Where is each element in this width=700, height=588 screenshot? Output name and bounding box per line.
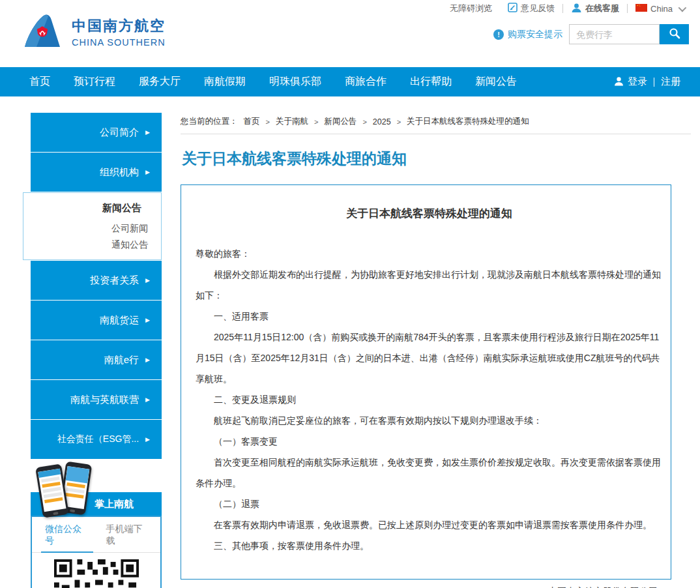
signature-company: 中国南方航空股份有限公司	[196, 578, 658, 588]
safety-tip-label: 购票安全提示	[508, 29, 562, 40]
breadcrumb-year[interactable]: 2025	[373, 117, 391, 126]
sidebar-item-label: 社会责任（ESG管...	[57, 434, 139, 445]
notice-paragraph: 根据外交部近期发布的出行提醒，为协助旅客更好地安排出行计划，现就涉及南航日本航线…	[196, 264, 663, 306]
arrow-right-icon: ▶	[145, 169, 150, 175]
breadcrumb-separator: >	[314, 118, 318, 126]
notice-paragraph: 三、其他事项，按客票使用条件办理。	[196, 535, 663, 556]
nav-item-sky-pearl-club[interactable]: 明珠俱乐部	[269, 75, 321, 89]
search-icon	[669, 27, 680, 41]
nav-item-home[interactable]: 首页	[29, 75, 50, 89]
sidebar-item-label: 南航货运	[100, 314, 139, 327]
signature-block: 中国南方航空股份有限公司 2025年11月15日	[196, 578, 663, 588]
notice-paragraph: 尊敬的旅客：	[196, 243, 663, 264]
breadcrumb-about[interactable]: 关于南航	[276, 116, 308, 127]
user-icon	[614, 76, 624, 88]
qr-tabs: 微信公众号 手机端下载	[32, 517, 160, 553]
arrow-right-icon: ▶	[145, 357, 150, 363]
qr-code-image	[54, 559, 139, 588]
sidebar-item-esg[interactable]: 社会责任（ESG管... ▶	[31, 420, 162, 459]
ticket-safety-tip-link[interactable]: ! 购票安全提示	[493, 29, 562, 40]
sidebar-item-company-profile[interactable]: 公司简介 ▶	[31, 113, 162, 152]
divider	[654, 78, 654, 87]
sidebar-subitem-company-news[interactable]: 公司新闻	[23, 218, 161, 235]
sidebar-item-news-announcements[interactable]: 新闻公告	[23, 193, 161, 218]
notice-paragraph: 一、适用客票	[196, 306, 663, 327]
arrow-right-icon: ▶	[145, 130, 150, 136]
breadcrumb-home[interactable]: 首页	[244, 116, 260, 127]
sidebar-item-label: 组织机构	[100, 166, 139, 179]
tab-app-download[interactable]: 手机端下载	[102, 522, 154, 552]
page-title: 关于日本航线客票特殊处理的通知	[182, 149, 407, 169]
notice-paragraph: （一）客票变更	[196, 431, 663, 452]
brand-logo[interactable]: 中国南方航空 CHINA SOUTHERN	[22, 13, 166, 51]
sidebar-item-label: 南航e行	[104, 354, 139, 366]
notice-paragraph: 2025年11月15日12:00（含）前购买或换开的南航784开头的客票，且客票…	[196, 327, 663, 389]
airline-tailfin-icon	[22, 13, 64, 51]
arrow-right-icon: ▶	[145, 278, 150, 284]
header: 无障碍浏览 意见反馈 在线客服 China	[0, 0, 700, 67]
chevron-down-icon	[678, 3, 687, 12]
sidebar-item-label: 公司简介	[100, 126, 139, 139]
breadcrumb-separator: >	[266, 118, 270, 126]
search-button[interactable]	[660, 24, 689, 44]
auth-area: 登录 注册	[614, 67, 680, 96]
brand-text: 中国南方航空 CHINA SOUTHERN	[72, 16, 166, 48]
customer-service-icon	[571, 3, 582, 15]
sidebar-item-investor-relations[interactable]: 投资者关系 ▶	[31, 261, 162, 300]
breadcrumb-separator: >	[362, 118, 366, 126]
breadcrumb-label: 您当前的位置：	[181, 116, 238, 127]
breadcrumb-separator: >	[397, 118, 401, 126]
register-link[interactable]: 注册	[661, 76, 680, 88]
main-nav: 首页 预订行程 服务大厅 南航假期 明珠俱乐部 商旅合作 出行帮助 新闻公告 登…	[0, 67, 700, 96]
nav-item-business-travel[interactable]: 商旅合作	[345, 75, 386, 89]
feedback-icon	[508, 3, 518, 14]
sidebar-item-organization[interactable]: 组织机构 ▶	[31, 153, 162, 192]
nav-item-news[interactable]: 新闻公告	[475, 75, 517, 89]
sidebar-item-e-travel[interactable]: 南航e行 ▶	[31, 340, 162, 379]
tab-wechat-official[interactable]: 微信公众号	[41, 522, 93, 553]
nav-item-service-hall[interactable]: 服务大厅	[139, 75, 181, 89]
brand-name-cn: 中国南方航空	[72, 16, 166, 36]
page: 无障碍浏览 意见反馈 在线客服 China	[0, 0, 700, 588]
notice-title: 关于日本航线客票特殊处理的通知	[196, 206, 663, 221]
login-link[interactable]: 登录	[628, 76, 647, 88]
notice-paragraph: 首次变更至相同航程的南航实际承运航班，免收变更费，如发生票价价差按规定收取。再次…	[196, 452, 663, 493]
notice-paragraph: 在客票有效期内申请退票，免收退票费。已按上述原则办理过变更的客票如申请退票需按客…	[196, 514, 663, 535]
nav-item-booking[interactable]: 预订行程	[74, 75, 115, 89]
nav-item-holidays[interactable]: 南航假期	[204, 75, 246, 89]
region-label: China	[650, 4, 673, 14]
brand-name-en: CHINA SOUTHERN	[72, 37, 166, 48]
search-input[interactable]	[569, 24, 660, 44]
notice-paragraph: 二、变更及退票规则	[196, 389, 663, 410]
feedback-label: 意见反馈	[521, 3, 555, 14]
sidebar-item-label: 南航与英航联营	[70, 394, 139, 406]
breadcrumb: 您当前的位置： 首页 > 关于南航 > 新闻公告 > 2025 > 关于日本航线…	[181, 116, 691, 134]
site-search	[569, 24, 689, 44]
breadcrumb-news[interactable]: 新闻公告	[324, 116, 357, 127]
sidebar-subitem-notices[interactable]: 通知公告	[23, 235, 161, 251]
info-icon: !	[493, 29, 504, 40]
nav-item-travel-help[interactable]: 出行帮助	[410, 75, 452, 89]
online-service-label: 在线客服	[585, 3, 619, 14]
sidebar-item-cargo[interactable]: 南航货运 ▶	[31, 301, 162, 340]
qr-widget: 微信公众号 手机端下载	[31, 516, 162, 588]
notice-paragraph: 航班起飞前取消已定妥座位的旅客，可在客票有效期内按以下规则办理退改手续：	[196, 410, 663, 431]
arrow-right-icon: ▶	[145, 317, 150, 323]
accessibility-link[interactable]: 无障碍浏览	[442, 3, 500, 14]
china-flag-icon	[635, 4, 647, 14]
online-service-link[interactable]: 在线客服	[563, 3, 627, 15]
region-selector[interactable]: China	[628, 4, 692, 14]
arrow-right-icon: ▶	[145, 437, 150, 443]
feedback-link[interactable]: 意见反馈	[500, 3, 562, 14]
sidebar-item-label: 投资者关系	[90, 274, 139, 287]
breadcrumb-current: 关于日本航线客票特殊处理的通知	[407, 116, 529, 127]
notice-paragraph: （二）退票	[196, 493, 663, 514]
sidebar-item-ba-joint-venture[interactable]: 南航与英航联营 ▶	[31, 380, 162, 419]
sidebar-active-section: 新闻公告 公司新闻 通知公告	[23, 192, 162, 260]
notice-content-box: 关于日本航线客票特殊处理的通知 尊敬的旅客： 根据外交部近期发布的出行提醒，为协…	[181, 184, 671, 580]
arrow-right-icon: ▶	[145, 397, 150, 403]
